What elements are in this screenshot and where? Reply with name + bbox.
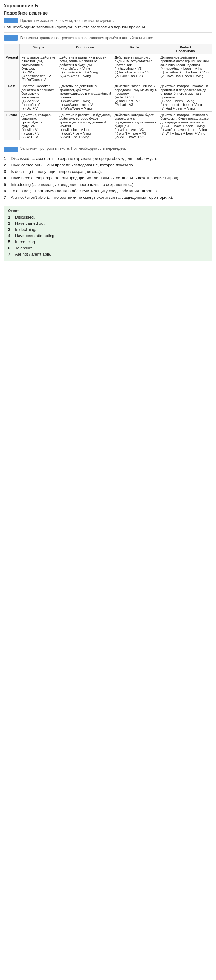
answer-item-4: 4Have been attempting. [8, 233, 208, 238]
sentence-item-7: 7Are not / aren't able (... что охотники… [4, 195, 212, 200]
cell-past-perfect: Действие, завершённое к определённому мо… [113, 83, 159, 112]
answer-num-7: 7 [8, 252, 14, 256]
answer-num-6: 6 [8, 246, 14, 250]
answer-block: Ответ 1Discussed.2Have carried out.3Is d… [4, 205, 212, 261]
answer-num-4: 4 [8, 233, 14, 238]
answer-num-1: 1 [8, 215, 14, 220]
sentence-num-6: 6 [4, 189, 9, 193]
sentence-item-2: 2Have carried out (... они провели иссле… [4, 163, 212, 167]
cell-future-perfect: Действие, которое будет завершено к опре… [113, 112, 159, 140]
answer-item-3: 3Is declining. [8, 227, 208, 232]
answer-text-7: Are not / aren't able. [15, 252, 51, 256]
cell-past-simple: Простое, короткое действие в прошлом, бе… [20, 83, 58, 112]
answer-list: 1Discussed.2Have carried out.3Is declini… [8, 215, 208, 256]
sentence-text-7: Are not / aren't able (... что охотники … [11, 195, 173, 200]
cell-present-perfect_continuous: Длительное действие в прошлом (незавершё… [159, 54, 212, 83]
section-title: Подробное решение [4, 11, 212, 16]
sentence-item-1: 1Discussed (... эксперты по охране окруж… [4, 156, 212, 161]
answer-item-7: 7Are not / aren't able. [8, 252, 208, 256]
step-1-main: Нам необходимо заполнить пропуски в текс… [4, 25, 212, 29]
divider-1 [4, 32, 212, 33]
answer-num-2: 2 [8, 221, 14, 226]
answer-text-2: Have carried out. [15, 221, 46, 226]
tense-label-0: Present [4, 54, 20, 83]
tense-label-1: Past [4, 83, 20, 112]
answer-item-5: 5Introducing. [8, 240, 208, 244]
step-2: 2 шаг Вспомним правило построения и испо… [4, 35, 212, 41]
col-header-perfect: Perfect [113, 44, 159, 54]
answer-label: Ответ [8, 208, 208, 213]
cell-future-simple: Действие, которое, вероятно, произойдёт … [20, 112, 58, 140]
sentence-item-4: 4Have been attempting (Экологи предприни… [4, 176, 212, 180]
cell-present-perfect: Действие в прошлом с видимым результатом… [113, 54, 159, 83]
step-1: 1 шаг Прочитаем задание и поймём, что на… [4, 18, 212, 29]
sentence-item-3: 3Is declining (... популяция тигров сокр… [4, 169, 212, 174]
answer-num-5: 5 [8, 240, 14, 244]
sentence-num-5: 5 [4, 182, 9, 187]
divider-2 [4, 143, 212, 144]
col-header-continuous: Continuous [58, 44, 113, 54]
sentence-text-4: Have been attempting (Экологи предприним… [11, 176, 179, 180]
answer-text-3: Is declining. [15, 227, 37, 232]
sentence-text-5: Introducing (... о помощью введения прог… [11, 182, 135, 187]
col-header-0 [4, 44, 20, 54]
step-1-badge: 1 шаг [4, 18, 18, 24]
step-2-sub: Вспомним правило построения и использова… [21, 36, 154, 40]
sentence-item-5: 5Introducing (... о помощью введения про… [4, 182, 212, 187]
answer-item-6: 6To ensure. [8, 246, 208, 250]
answer-text-1: Discussed. [15, 215, 35, 220]
cell-future-continuous: Действие в развитии в будущем, действие,… [58, 112, 113, 140]
sentence-list: 1Discussed (... эксперты по охране окруж… [4, 156, 212, 200]
answer-text-6: To ensure. [15, 246, 34, 250]
answer-item-1: 1Discussed. [8, 215, 208, 220]
sentence-num-2: 2 [4, 163, 9, 167]
col-header-perfect-continuous: PerfectContinuous [159, 44, 212, 54]
sentence-num-3: 3 [4, 169, 9, 174]
sentence-text-3: Is declining (... популяция тигров сокра… [11, 169, 102, 174]
answer-item-2: 2Have carried out. [8, 221, 208, 226]
sentence-num-4: 4 [4, 176, 9, 180]
exercise-title: Упражнение Б [4, 3, 212, 9]
grammar-table: Simple Continuous Perfect PerfectContinu… [4, 44, 212, 140]
sentence-text-2: Have carried out (... они провели исслед… [11, 163, 138, 167]
step-3-badge: 3 шаг [4, 147, 18, 153]
answer-num-3: 3 [8, 227, 14, 232]
sentence-num-7: 7 [4, 195, 9, 200]
cell-future-perfect_continuous: Действие, которое начнётся в будущем и б… [159, 112, 212, 140]
tense-label-2: Future [4, 112, 20, 140]
step-3: 3 шаг Заполним пропуски в тексте. При не… [4, 146, 212, 153]
answer-text-4: Have been attempting. [15, 233, 56, 238]
cell-present-continuous: Действие в развитии в момент речи, запла… [58, 54, 113, 83]
sentence-text-6: To ensure (... программа должна обеспечи… [11, 189, 158, 193]
step-3-sub: Заполним пропуски в тексте. При необходи… [21, 146, 126, 151]
step-1-sub: Прочитаем задание и поймём, что нам нужн… [21, 19, 115, 23]
cell-past-continuous: Длительное действие в прошлом, действие … [58, 83, 113, 112]
step-2-badge: 2 шаг [4, 35, 18, 41]
sentence-text-1: Discussed (... эксперты по охране окружа… [11, 156, 157, 161]
sentence-num-1: 1 [4, 156, 9, 161]
sentence-item-6: 6To ensure (... программа должна обеспеч… [4, 189, 212, 193]
page: Упражнение Б Подробное решение 1 шаг Про… [0, 0, 216, 264]
divider-3 [4, 202, 212, 202]
answer-text-5: Introducing. [15, 240, 36, 244]
cell-past-perfect_continuous: Действие, которое началось в прошлом и п… [159, 83, 212, 112]
cell-present-simple: Регулярное действие в настоящем, расписа… [20, 54, 58, 83]
col-header-simple: Simple [20, 44, 58, 54]
